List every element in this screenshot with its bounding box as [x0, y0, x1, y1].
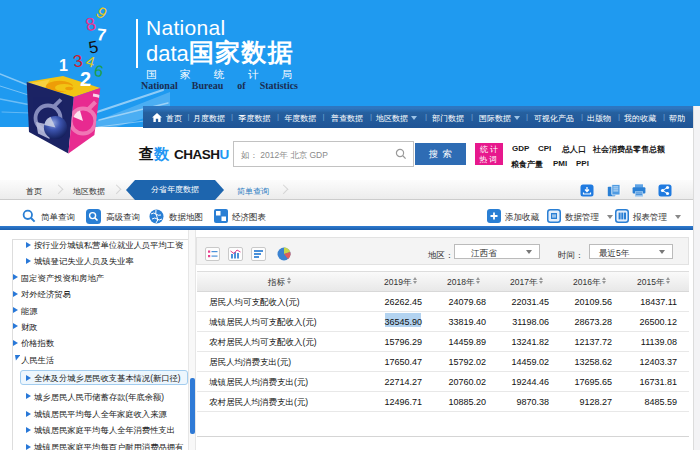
svg-text:6: 6 [93, 62, 105, 80]
svg-text:7: 7 [96, 25, 107, 45]
svg-text:1: 1 [59, 57, 68, 74]
svg-text:2: 2 [80, 68, 91, 90]
svg-text:9: 9 [93, 3, 110, 22]
